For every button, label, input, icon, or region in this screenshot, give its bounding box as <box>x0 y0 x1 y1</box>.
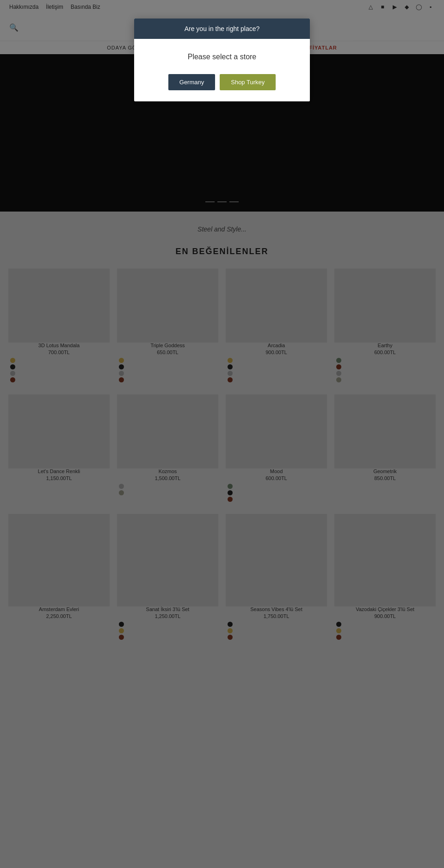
shop-turkey-button[interactable]: Shop Turkey <box>220 74 276 90</box>
germany-button[interactable]: Germany <box>168 74 215 90</box>
modal-overlay: Are you in the right place? Please selec… <box>0 0 444 868</box>
modal-subtitle: Please select a store <box>143 53 301 61</box>
modal-buttons: Germany Shop Turkey <box>143 74 301 90</box>
modal-body: Please select a store Germany Shop Turke… <box>134 39 310 101</box>
modal-header: Are you in the right place? <box>134 19 310 39</box>
store-modal: Are you in the right place? Please selec… <box>134 19 310 101</box>
